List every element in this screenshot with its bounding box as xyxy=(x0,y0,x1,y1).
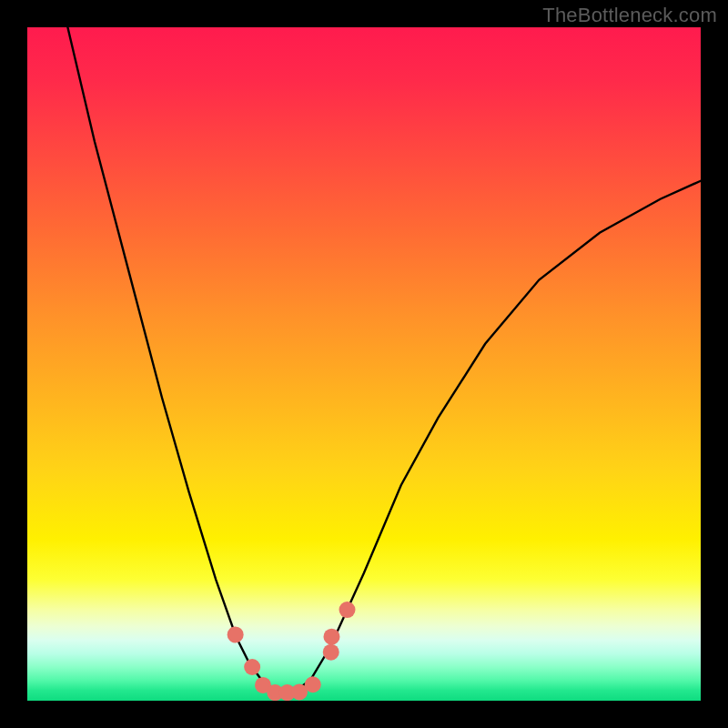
curve-markers xyxy=(228,602,356,701)
watermark-text: TheBottleneck.com xyxy=(542,4,717,27)
curve-marker xyxy=(323,629,339,645)
curve-marker xyxy=(228,626,244,642)
curve-layer xyxy=(27,27,701,701)
bottleneck-curve xyxy=(67,27,701,692)
curve-marker xyxy=(323,644,339,661)
curve-marker xyxy=(305,676,321,693)
plot-area xyxy=(27,27,701,701)
curve-marker xyxy=(244,659,260,675)
chart-frame: TheBottleneck.com xyxy=(0,0,728,728)
curve-marker xyxy=(339,602,356,618)
